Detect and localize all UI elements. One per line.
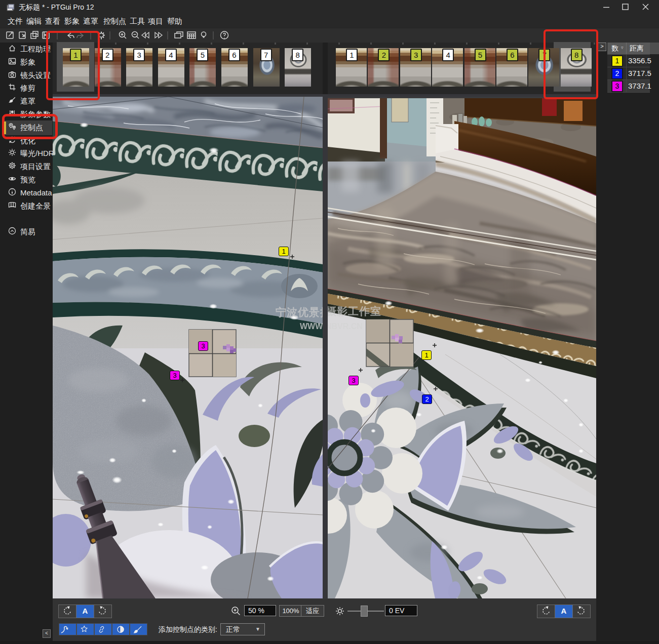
svg-text:WWW.NB: WWW.NB	[300, 322, 323, 331]
svg-text:宁波优景摄影: 宁波优景摄影	[276, 306, 323, 318]
svg-text:摄影工作室: 摄影工作室	[328, 305, 381, 317]
svg-text:NBVR.CN: NBVR.CN	[328, 322, 363, 331]
